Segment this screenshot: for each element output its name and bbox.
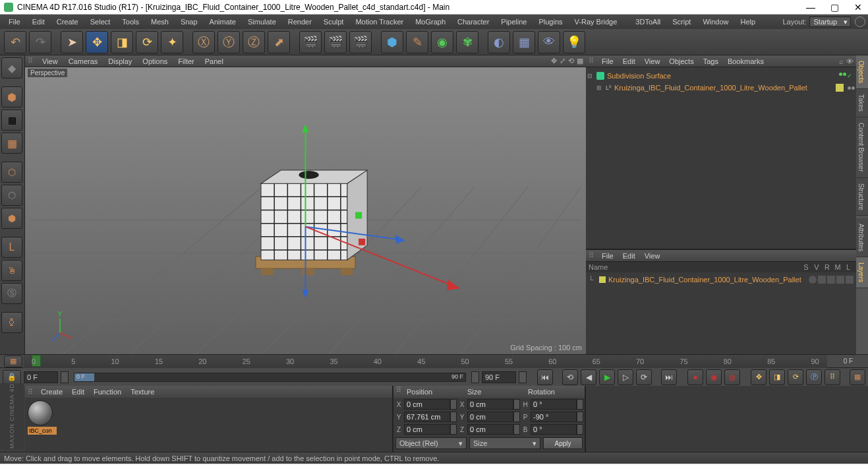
grip-icon[interactable]: ⠿ xyxy=(393,386,403,398)
menu-3dtoall[interactable]: 3DToAll xyxy=(629,15,666,29)
move-tool[interactable]: ✥ xyxy=(86,31,108,53)
timeline-ruler[interactable]: ▦ 0510 152025 303540 455055 606570 75808… xyxy=(0,354,868,367)
lay-menu-edit[interactable]: Edit xyxy=(623,252,635,260)
menu-tools[interactable]: Tools xyxy=(116,15,145,29)
solo-toggle[interactable] xyxy=(809,276,817,284)
workplane-mode[interactable]: ▦ xyxy=(1,133,22,154)
spinner[interactable] xyxy=(61,371,69,383)
grip-icon[interactable]: ⠿ xyxy=(28,57,32,65)
obj-menu-edit[interactable]: Edit xyxy=(623,57,635,65)
coord-mode-dropdown[interactable]: Object (Rel)▾ xyxy=(395,437,467,449)
grip-icon[interactable]: ⠿ xyxy=(589,251,593,260)
menu-help[interactable]: Help xyxy=(735,15,762,29)
rotate-tool[interactable]: ⟳ xyxy=(136,31,158,53)
menu-window[interactable]: Window xyxy=(697,15,734,29)
expand-icon[interactable]: ⊟ xyxy=(587,73,594,79)
undo-button[interactable]: ↶ xyxy=(4,31,26,53)
tweak-mode[interactable]: 🖱 xyxy=(1,260,22,281)
rot-h-input[interactable]: 0 ° xyxy=(531,399,577,410)
menu-create[interactable]: Create xyxy=(51,15,84,29)
spinner[interactable] xyxy=(577,399,583,410)
mat-menu-create[interactable]: Create xyxy=(41,388,63,396)
tab-takes[interactable]: Takes xyxy=(856,89,868,117)
polygon-mode[interactable]: ⬢ xyxy=(1,208,22,229)
view-toggle[interactable] xyxy=(818,276,826,284)
add-bulb[interactable]: 💡 xyxy=(563,31,585,53)
layer-tag[interactable] xyxy=(836,84,844,92)
lock-toggle[interactable] xyxy=(846,276,854,284)
playhead[interactable] xyxy=(32,355,41,367)
goto-end-button[interactable]: ⏭ xyxy=(661,369,677,385)
visibility-dot[interactable] xyxy=(848,86,851,90)
make-editable[interactable]: ◆ xyxy=(1,57,22,78)
object-name[interactable]: Subdivision Surface xyxy=(607,72,671,80)
size-x-input[interactable]: 0 cm xyxy=(467,399,513,410)
edge-mode[interactable]: ⬡ xyxy=(1,185,22,206)
rot-b-input[interactable]: 0 ° xyxy=(531,424,577,435)
point-mode[interactable]: ⬡ xyxy=(1,162,22,183)
autokey-button[interactable]: ◉ xyxy=(706,369,722,385)
size-y-input[interactable]: 0 cm xyxy=(467,412,513,422)
key-rot-button[interactable]: ⟳ xyxy=(788,369,803,385)
tab-objects[interactable]: Objects xyxy=(856,55,868,89)
vp-orbit-icon[interactable]: ⟲ xyxy=(568,57,574,65)
axis-z-lock[interactable]: Ⓩ xyxy=(243,31,265,53)
size-mode-dropdown[interactable]: Size▾ xyxy=(469,437,540,449)
next-frame-button[interactable]: ▷ xyxy=(618,369,633,385)
render-dot[interactable] xyxy=(843,73,846,76)
menu-sculpt[interactable]: Sculpt xyxy=(318,15,350,29)
menu-vray[interactable]: V-Ray Bridge xyxy=(569,15,623,29)
viewport-3d[interactable]: Perspective xyxy=(25,67,586,354)
obj-menu-tags[interactable]: Tags xyxy=(703,57,718,65)
object-tree[interactable]: ⊟ Subdivision Surface ✓ ⊞ L⁰ Kruizinga_I… xyxy=(586,67,856,249)
tree-row[interactable]: ⊟ Subdivision Surface ✓ xyxy=(587,70,855,82)
menu-script[interactable]: Script xyxy=(666,15,697,29)
lay-menu-view[interactable]: View xyxy=(645,252,660,260)
material-label[interactable]: IBC_con xyxy=(28,427,57,435)
add-spline[interactable]: ✎ xyxy=(406,31,428,53)
expand-icon[interactable]: ⊞ xyxy=(596,84,603,91)
minimize-button[interactable]: — xyxy=(805,1,817,13)
tab-attributes[interactable]: Attributes xyxy=(856,218,868,257)
spinner[interactable] xyxy=(519,371,527,383)
render-toggle[interactable] xyxy=(827,276,835,284)
play-button[interactable]: ▶ xyxy=(599,369,615,385)
search-icon[interactable]: ⌕ xyxy=(839,57,844,65)
lock-icon[interactable]: 🔒 xyxy=(3,370,21,385)
timeline-mode-icon[interactable]: ▦ xyxy=(4,356,22,367)
mat-menu-edit[interactable]: Edit xyxy=(72,388,84,396)
material-item[interactable]: IBC_con xyxy=(28,400,57,435)
tab-content[interactable]: Content Browser xyxy=(856,117,868,177)
pos-y-input[interactable]: 67.761 cm xyxy=(404,412,450,422)
grip-icon[interactable]: ⠿ xyxy=(28,388,32,396)
spinner[interactable] xyxy=(450,399,457,410)
add-deformer[interactable]: ✾ xyxy=(456,31,478,53)
vp-menu-cameras[interactable]: Cameras xyxy=(69,57,98,65)
add-camera[interactable]: ▦ xyxy=(513,31,535,53)
select-tool[interactable]: ➤ xyxy=(61,31,83,53)
menu-snap[interactable]: Snap xyxy=(175,15,204,29)
model-mode[interactable]: ⬢ xyxy=(1,86,22,108)
vp-menu-display[interactable]: Display xyxy=(108,57,132,65)
layer-row[interactable]: └ Kruizinga_IBC_Fluid_Container_1000_Lit… xyxy=(589,274,854,286)
render-view[interactable]: 🎬 xyxy=(299,31,322,53)
layout-dropdown[interactable]: Startup▾ xyxy=(809,16,851,27)
key-param-button[interactable]: Ⓟ xyxy=(806,369,822,385)
layer-name[interactable]: Kruizinga_IBC_Fluid_Container_1000_Litre… xyxy=(608,276,801,284)
rot-p-input[interactable]: -90 ° xyxy=(531,412,577,422)
render-region[interactable]: 🎬 xyxy=(324,31,347,53)
prev-frame-button[interactable]: ◀ xyxy=(581,369,596,385)
add-environment[interactable]: ◐ xyxy=(488,31,510,53)
vp-menu-filter[interactable]: Filter xyxy=(178,57,194,65)
axis-x-lock[interactable]: Ⓧ xyxy=(192,31,215,53)
tab-structure[interactable]: Structure xyxy=(856,178,868,216)
range-slider[interactable]: 0 F90 F xyxy=(74,373,466,382)
vp-menu-options[interactable]: Options xyxy=(142,57,167,65)
obj-menu-file[interactable]: File xyxy=(602,57,614,65)
spinner[interactable] xyxy=(513,412,520,422)
obj-menu-objects[interactable]: Objects xyxy=(669,57,693,65)
maximize-button[interactable]: ▢ xyxy=(828,1,840,13)
menu-render[interactable]: Render xyxy=(282,15,318,29)
menu-edit[interactable]: Edit xyxy=(26,15,51,29)
spinner[interactable] xyxy=(577,424,583,435)
